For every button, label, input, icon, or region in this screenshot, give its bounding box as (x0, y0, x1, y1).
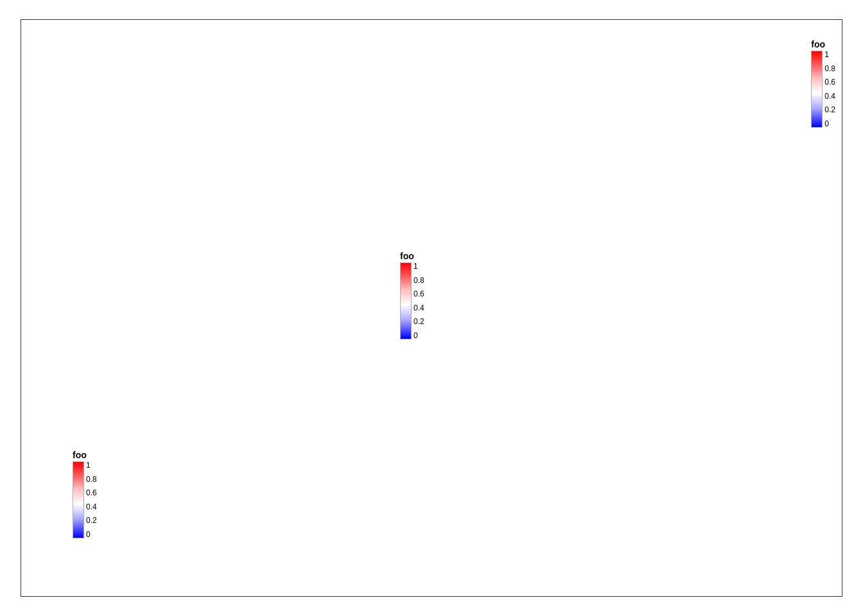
legend-bottom-left-label-1: 0.8 (86, 475, 97, 483)
legend-bottom-left-label-4: 0.2 (86, 517, 97, 524)
legend-mid-center-body: 1 0.8 0.6 0.4 0.2 0 (400, 262, 424, 339)
legend-top-right-label-1: 0.8 (824, 65, 835, 73)
legend-bottom-left-label-0: 1 (86, 461, 97, 469)
legend-mid-center-labels: 1 0.8 0.6 0.4 0.2 0 (412, 262, 424, 339)
legend-bottom-left-labels: 1 0.8 0.6 0.4 0.2 0 (84, 461, 97, 538)
legend-bottom-left-label-3: 0.4 (86, 503, 97, 511)
plot-area: foo 1 0.8 0.6 0.4 0.2 0 foo 1 0.8 0.6 0.… (21, 19, 842, 597)
legend-bottom-left-colorbar (73, 461, 84, 538)
legend-mid-center-colorbar (400, 262, 412, 339)
legend-top-right-title: foo (811, 39, 825, 49)
legend-top-right-colorbar (811, 51, 823, 128)
legend-mid-center-title: foo (400, 251, 414, 261)
legend-bottom-left-body: 1 0.8 0.6 0.4 0.2 0 (73, 461, 97, 538)
legend-top-right-labels: 1 0.8 0.6 0.4 0.2 0 (823, 51, 835, 128)
legend-top-right-body: 1 0.8 0.6 0.4 0.2 0 (811, 51, 835, 128)
legend-top-right-label-4: 0.2 (824, 106, 835, 114)
legend-mid-center-label-0: 1 (414, 262, 424, 270)
legend-mid-center-label-4: 0.2 (414, 318, 424, 325)
legend-top-right-label-3: 0.4 (824, 92, 835, 100)
legend-top-right-label-0: 1 (824, 51, 835, 58)
legend-top-right-label-5: 0 (824, 120, 835, 128)
legend-mid-center: foo 1 0.8 0.6 0.4 0.2 0 (400, 251, 424, 339)
legend-bottom-left-label-5: 0 (86, 531, 97, 538)
legend-mid-center-label-5: 0 (414, 332, 424, 339)
legend-bottom-left-label-2: 0.6 (86, 489, 97, 497)
legend-top-right: foo 1 0.8 0.6 0.4 0.2 0 (811, 39, 835, 128)
legend-bottom-left-title: foo (73, 450, 87, 460)
legend-mid-center-label-1: 0.8 (414, 277, 424, 284)
legend-mid-center-label-3: 0.4 (414, 304, 424, 312)
legend-top-right-label-2: 0.6 (824, 78, 835, 86)
legend-bottom-left: foo 1 0.8 0.6 0.4 0.2 0 (73, 450, 97, 538)
legend-mid-center-label-2: 0.6 (414, 290, 424, 298)
